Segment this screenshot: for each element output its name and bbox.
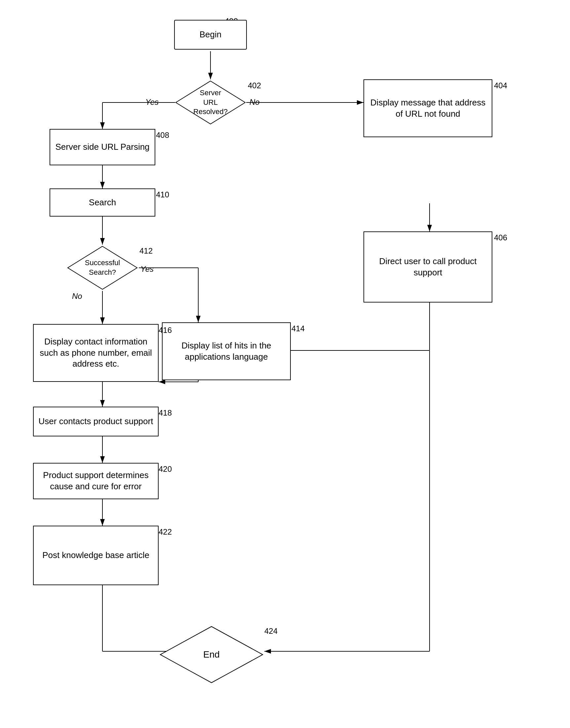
label-yes-402: Yes bbox=[146, 98, 159, 107]
node-402-diamond: Server URLResolved? bbox=[174, 79, 247, 126]
ref-414: 414 bbox=[291, 324, 305, 333]
label-no-402: No bbox=[250, 98, 260, 107]
ref-422: 422 bbox=[159, 527, 172, 537]
ref-408: 408 bbox=[156, 131, 169, 140]
ref-420: 420 bbox=[159, 465, 172, 474]
node-418-box: User contacts product support bbox=[33, 407, 159, 436]
label-no-412: No bbox=[72, 292, 82, 301]
node-412-label: SuccessfulSearch? bbox=[85, 258, 120, 277]
node-424-label: End bbox=[203, 649, 220, 660]
node-410-box: Search bbox=[50, 188, 155, 216]
node-422-box: Post knowledge base article bbox=[33, 526, 159, 585]
node-402-label: Server URLResolved? bbox=[192, 88, 229, 117]
ref-424: 424 bbox=[264, 626, 278, 636]
node-416-box: Display contact information such as phon… bbox=[33, 324, 159, 382]
ref-418: 418 bbox=[159, 408, 172, 417]
node-404-box: Display message that address of URL not … bbox=[363, 79, 492, 137]
node-420-box: Product support determines cause and cur… bbox=[33, 463, 159, 499]
ref-416: 416 bbox=[159, 326, 172, 335]
ref-412: 412 bbox=[139, 246, 153, 255]
ref-406: 406 bbox=[494, 233, 507, 242]
flowchart-diagram: 400 Begin Server URLResolved? 402 Yes No… bbox=[0, 0, 570, 728]
ref-402: 402 bbox=[248, 81, 261, 90]
node-412-diamond: SuccessfulSearch? bbox=[66, 245, 139, 291]
node-408-box: Server side URL Parsing bbox=[50, 129, 155, 165]
ref-410: 410 bbox=[156, 190, 169, 199]
ref-404: 404 bbox=[494, 81, 507, 90]
node-424-diamond: End bbox=[159, 625, 264, 684]
node-406-box: Direct user to call product support bbox=[363, 231, 492, 303]
label-yes-412: Yes bbox=[140, 264, 154, 274]
begin-box: Begin bbox=[174, 20, 247, 50]
node-414-box: Display list of hits in the applications… bbox=[162, 322, 291, 380]
